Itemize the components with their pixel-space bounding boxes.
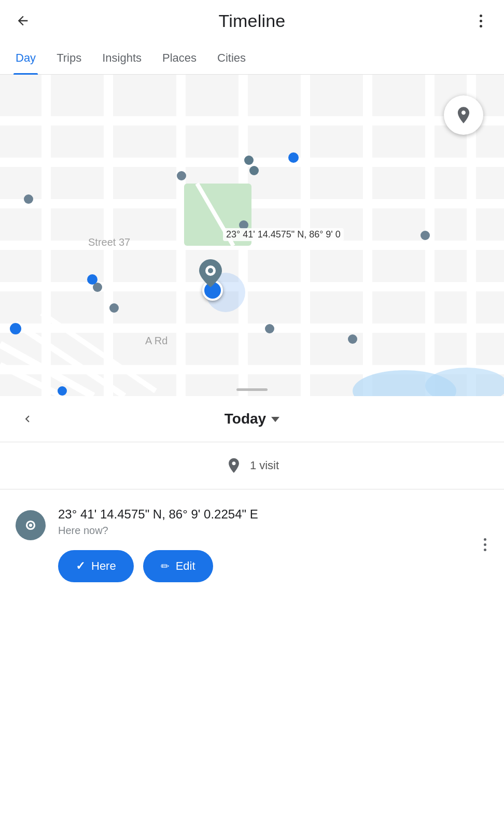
- visit-count-section: 1 visit: [0, 442, 504, 489]
- svg-point-29: [249, 166, 259, 175]
- entry-dot-3: [484, 549, 486, 551]
- svg-point-36: [58, 386, 67, 396]
- drag-handle[interactable]: [236, 388, 268, 391]
- more-options-button[interactable]: [471, 10, 492, 31]
- here-button[interactable]: Here: [58, 550, 134, 582]
- svg-rect-13: [363, 75, 372, 396]
- date-dropdown-arrow: [271, 417, 279, 422]
- location-question: Here now?: [58, 525, 469, 537]
- back-button[interactable]: [12, 10, 33, 31]
- svg-point-28: [244, 156, 254, 165]
- svg-point-32: [109, 303, 119, 313]
- bottom-panel: Today 1 visit 23° 41' 14.4575" N, 86° 9'…: [0, 396, 504, 600]
- tab-bar: Day Trips Insights Places Cities: [0, 41, 504, 75]
- entry-more-button[interactable]: [482, 535, 488, 554]
- edit-button-label: Edit: [176, 559, 195, 573]
- location-entry: 23° 41' 14.4575" N, 86° 9' 0.2254" E Her…: [0, 489, 504, 600]
- visit-pin-icon: [225, 457, 243, 474]
- app-header: Timeline: [0, 0, 504, 41]
- svg-point-26: [24, 194, 33, 204]
- location-actions: Here Edit: [58, 550, 469, 582]
- date-navigation: Today: [0, 396, 504, 442]
- svg-text:Street 37: Street 37: [88, 236, 130, 248]
- svg-point-34: [265, 324, 274, 333]
- svg-point-42: [208, 268, 213, 273]
- tab-insights[interactable]: Insights: [92, 41, 152, 75]
- svg-point-37: [10, 323, 21, 334]
- svg-rect-9: [104, 75, 113, 396]
- dot-1: [480, 15, 482, 17]
- map-pin-marker: [199, 259, 222, 289]
- svg-point-27: [177, 171, 186, 180]
- visit-count-text: 1 visit: [250, 459, 279, 472]
- svg-point-39: [288, 152, 299, 163]
- entry-dot-1: [484, 538, 486, 541]
- svg-point-35: [348, 334, 357, 344]
- check-icon: [76, 559, 85, 573]
- date-picker-button[interactable]: Today: [225, 411, 279, 427]
- svg-point-33: [421, 231, 430, 240]
- location-details: 23° 41' 14.4575" N, 86° 9' 0.2254" E Her…: [58, 507, 469, 582]
- tab-day[interactable]: Day: [5, 41, 46, 75]
- svg-point-44: [29, 524, 32, 527]
- tab-trips[interactable]: Trips: [46, 41, 92, 75]
- pencil-icon: [161, 559, 170, 573]
- dot-2: [480, 20, 482, 22]
- svg-point-38: [87, 274, 97, 285]
- entry-dot-2: [484, 543, 486, 546]
- page-title: Timeline: [219, 11, 286, 31]
- tab-cities[interactable]: Cities: [207, 41, 256, 75]
- tab-places[interactable]: Places: [152, 41, 207, 75]
- map-view[interactable]: Street 37 A Rd 23° 41' 14.4575" N, 86° 9…: [0, 75, 504, 396]
- my-location-button[interactable]: [444, 95, 483, 135]
- here-button-label: Here: [91, 559, 116, 573]
- svg-text:A Rd: A Rd: [145, 335, 167, 346]
- map-coord-overlay: 23° 41' 14.4575" N, 86° 9' 0: [223, 228, 344, 241]
- edit-button[interactable]: Edit: [143, 550, 213, 582]
- previous-day-button[interactable]: [21, 412, 34, 426]
- location-coordinates: 23° 41' 14.4575" N, 86° 9' 0.2254" E: [58, 507, 469, 522]
- dot-3: [480, 25, 482, 27]
- location-icon: [16, 510, 46, 540]
- date-text: Today: [225, 411, 266, 427]
